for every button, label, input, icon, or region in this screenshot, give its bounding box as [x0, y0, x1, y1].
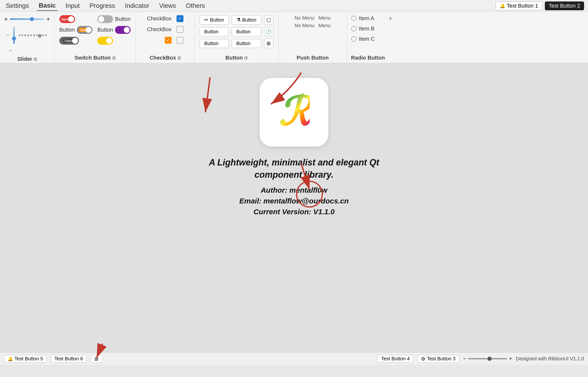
nav-others[interactable]: Others: [184, 1, 207, 11]
btn-3-2[interactable]: Button: [232, 39, 261, 48]
main-area: ℛ A Lightweight, minimalist and elegant …: [0, 63, 588, 365]
toggle-close[interactable]: Close: [59, 37, 79, 45]
nav-settings[interactable]: Settings: [4, 1, 31, 11]
switch-row1-left: Open: [59, 15, 93, 23]
radio-items: Item A Item B Item C: [351, 15, 375, 42]
collapse-icon[interactable]: ∧: [389, 15, 392, 21]
toggle-gray-1[interactable]: [97, 15, 113, 23]
status-plus-icon[interactable]: +: [509, 356, 512, 362]
radio-item-a[interactable]: Item A: [351, 15, 375, 22]
grid-icon: ⊞: [267, 40, 271, 46]
toggle-knob-5: [72, 38, 78, 44]
top-nav: Settings Basic Input Progress Indicator …: [0, 0, 588, 12]
btn-3-1[interactable]: Button: [200, 39, 229, 48]
pushbutton-section: No Menu Menu No Menu Menu Push Button: [279, 12, 347, 63]
toggle-knob-1: [68, 16, 74, 22]
toggle-purple-1[interactable]: [115, 26, 131, 34]
checkbox-label: CheckBox ⊡: [150, 53, 181, 61]
radio-item-c[interactable]: Item C: [351, 36, 375, 42]
slider-plus-icon[interactable]: +: [4, 15, 8, 23]
slider-vertical[interactable]: [13, 27, 15, 44]
button-grid: ✂ Button ⚗ Button ▢ Button Button 🕐 B: [200, 15, 273, 48]
status-bar: 🔔 Test Button 5 Test Button 6 ⊞ Test But…: [0, 352, 588, 365]
cb-label-1: CheckBox: [147, 15, 171, 22]
toggle-knob-4: [124, 27, 130, 33]
btn-scissors[interactable]: ✂ Button: [200, 15, 229, 25]
button-label: Button ⊡: [225, 53, 247, 61]
switch-row3-right: [97, 37, 131, 45]
nav-indicator[interactable]: Indicator: [123, 1, 151, 11]
wheel-icon: ⚙: [421, 356, 425, 362]
checkbox-unchecked-2[interactable]: [177, 37, 183, 44]
btn-grid[interactable]: ⊞: [264, 39, 273, 48]
test-button-2[interactable]: Test Button 2: [545, 1, 584, 10]
checkbox-grid: CheckBox ✓ CheckBox ✓: [147, 15, 183, 44]
status-test-btn-3[interactable]: ⚙ Test Button 3: [417, 355, 459, 363]
slider-horizontal[interactable]: [10, 18, 44, 20]
status-test-btn-5[interactable]: 🔔 Test Button 5: [4, 355, 47, 363]
slider-dashed[interactable]: [19, 35, 48, 36]
btn-flask[interactable]: ⚗ Button: [232, 15, 261, 25]
nav-input[interactable]: Input: [64, 1, 82, 11]
status-slider[interactable]: [468, 358, 507, 359]
button-label-1: Button: [115, 16, 131, 22]
push-btn-grid: No Menu Menu No Menu Menu: [295, 15, 331, 28]
scissors-icon: ✂: [204, 17, 208, 23]
pushbutton-label: Push Button: [297, 53, 329, 61]
toggle-knob-2: [98, 16, 104, 22]
slider-minus-icon[interactable]: −: [6, 32, 9, 38]
button-expand-icon[interactable]: ⊡: [244, 56, 247, 60]
cb-label-2: CheckBox: [147, 26, 171, 33]
push-no-menu-1: No Menu: [295, 15, 315, 21]
grid-status-icon: ⊞: [94, 356, 99, 362]
top-nav-buttons: 🔔 Test Button 1 Test Button 2: [496, 1, 584, 10]
btn-2-1[interactable]: Button: [200, 27, 229, 36]
btn-2-2[interactable]: Button: [232, 27, 261, 36]
toggle-open-red[interactable]: Open: [59, 15, 75, 23]
slider-label: Slider ⊡: [17, 54, 37, 62]
radio-label-b: Item B: [359, 25, 375, 32]
toolbar: + + − − Slider ⊡ Open: [0, 12, 588, 63]
slider-top-row: + +: [4, 15, 50, 23]
app-description: A Lightweight, minimalist and elegant Qt…: [208, 156, 380, 181]
button-section: ✂ Button ⚗ Button ▢ Button Button 🕐 B: [195, 12, 279, 63]
checkbox-unchecked-1[interactable]: [177, 26, 183, 33]
app-version: Current Version: V1.1.0: [254, 208, 335, 216]
push-menu-2: Menu: [319, 23, 331, 28]
switch-label: Switch Button ⊡: [75, 53, 115, 61]
status-test-btn-4[interactable]: Test Button 4: [377, 355, 413, 363]
button-label-3: Button: [97, 27, 113, 33]
status-minus-icon[interactable]: −: [463, 356, 466, 362]
slider-controls: + + − −: [4, 15, 50, 54]
switch-row2-right: Button: [97, 26, 131, 34]
btn-square[interactable]: ▢: [264, 15, 273, 25]
push-no-menu-2: No Menu: [295, 23, 315, 28]
nav-views[interactable]: Views: [157, 1, 178, 11]
toggle-yellow-1[interactable]: [97, 37, 113, 45]
checkbox-orange[interactable]: ✓: [165, 37, 172, 44]
switch-grid: Open Button Button Open Button: [59, 15, 131, 45]
radio-circle-b: [351, 26, 357, 31]
status-slider-row: − +: [463, 356, 512, 362]
status-test-btn-6[interactable]: Test Button 6: [51, 355, 87, 363]
square-icon: ▢: [266, 17, 271, 23]
nav-basic[interactable]: Basic: [37, 1, 58, 11]
radio-item-b[interactable]: Item B: [351, 25, 375, 32]
app-author: Author: mentalfl0w: [261, 186, 327, 194]
slider-bottom-minus[interactable]: −: [9, 48, 12, 54]
radio-circle-a: [351, 16, 357, 21]
toggle-orange[interactable]: Open: [77, 26, 92, 34]
test-button-1[interactable]: 🔔 Test Button 1: [496, 1, 542, 10]
switch-expand-icon[interactable]: ⊡: [112, 56, 115, 60]
checkbox-section: CheckBox ✓ CheckBox ✓ CheckBox ⊡: [136, 12, 195, 63]
slider-right-icon[interactable]: +: [46, 15, 50, 23]
btn-clock[interactable]: 🕐: [264, 27, 273, 36]
toggle-knob-6: [106, 38, 112, 44]
app-email: Email: mentalflow@ourdocs.cn: [239, 197, 349, 205]
status-grid-icon-btn[interactable]: ⊞: [91, 355, 102, 363]
checkbox-expand-icon[interactable]: ⊡: [178, 56, 181, 60]
slider-expand-icon[interactable]: ⊡: [34, 57, 37, 62]
switch-row2-left: Button Open: [59, 26, 93, 34]
checkbox-blue[interactable]: ✓: [177, 15, 183, 22]
nav-progress[interactable]: Progress: [88, 1, 117, 11]
